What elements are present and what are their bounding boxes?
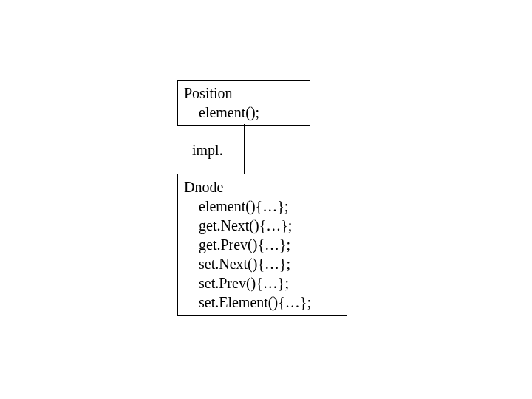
position-box: Position element();	[177, 80, 310, 126]
dnode-method: set.Prev(){…};	[184, 273, 341, 293]
dnode-title: Dnode	[184, 177, 341, 197]
dnode-method: get.Prev(){…};	[184, 235, 341, 254]
dnode-method: set.Element(){…};	[184, 293, 341, 312]
position-title: Position	[184, 83, 304, 103]
dnode-method: get.Next(){…};	[184, 216, 341, 235]
dnode-method: set.Next(){…};	[184, 254, 341, 273]
position-method: element();	[184, 103, 304, 122]
dnode-method: element(){…};	[184, 197, 341, 216]
dnode-box: Dnode element(){…}; get.Next(){…}; get.P…	[177, 174, 347, 316]
impl-label: impl.	[192, 142, 223, 159]
connector-line	[244, 124, 245, 174]
